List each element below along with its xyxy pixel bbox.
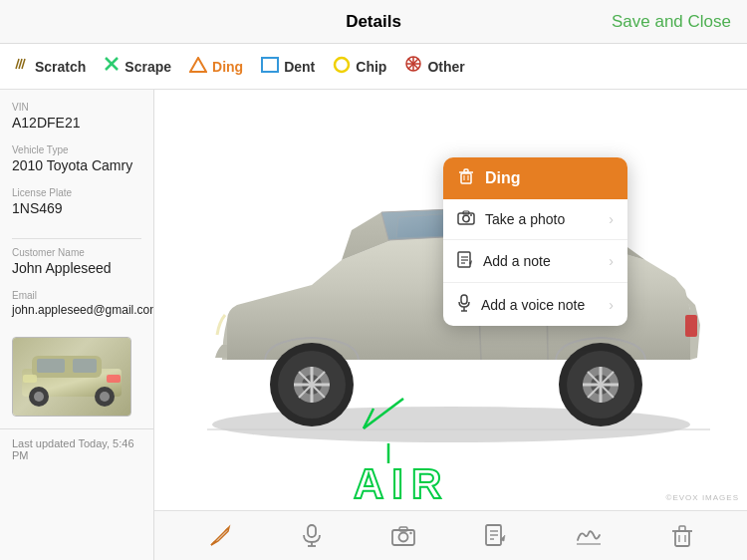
ding-popup-header: Ding <box>443 157 627 199</box>
chip-label: Chip <box>356 59 386 75</box>
toolbar-dent[interactable]: Dent <box>261 57 315 77</box>
toolbar-other[interactable]: Other <box>404 55 464 78</box>
svg-point-18 <box>34 392 44 402</box>
vehicle-type-label: Vehicle Type <box>12 144 141 155</box>
popup-add-note[interactable]: Add a note › <box>443 240 627 283</box>
canvas-area[interactable]: AIR Ding <box>154 90 747 560</box>
microphone-icon <box>457 294 471 315</box>
damage-toolbar: Scratch Scrape Ding Dent <box>0 44 747 90</box>
svg-marker-5 <box>190 58 206 72</box>
ding-icon <box>189 57 207 77</box>
vin-value: A12DFE21 <box>12 115 141 131</box>
svg-rect-16 <box>73 359 97 373</box>
ding-trash-icon[interactable] <box>457 167 475 189</box>
car-thumbnail-svg <box>17 341 126 413</box>
signature-tool-button[interactable] <box>575 525 603 547</box>
sidebar-license-plate: License Plate 1NS469 <box>12 187 141 216</box>
sidebar-email: Email john.appleseed@gmail.com <box>12 290 141 317</box>
add-voice-note-chevron: › <box>609 297 614 313</box>
take-photo-label: Take a photo <box>485 211 565 227</box>
trash-tool-button[interactable] <box>671 524 693 548</box>
svg-rect-55 <box>464 169 468 172</box>
svg-rect-6 <box>262 58 278 72</box>
dent-icon <box>261 57 279 77</box>
record-audio-button[interactable] <box>301 524 323 548</box>
ding-label: Ding <box>212 59 243 75</box>
svg-point-77 <box>409 531 411 533</box>
svg-point-7 <box>335 58 349 72</box>
scrape-label: Scrape <box>124 59 171 75</box>
vehicle-type-value: 2010 Toyota Camry <box>12 157 141 173</box>
note-icon <box>457 251 473 271</box>
sidebar-divider <box>12 238 141 239</box>
svg-rect-22 <box>107 375 121 383</box>
svg-point-20 <box>100 392 110 402</box>
svg-rect-28 <box>685 315 697 337</box>
email-value: john.appleseed@gmail.com <box>12 303 141 317</box>
svg-point-61 <box>470 214 472 216</box>
camera-icon <box>457 210 475 228</box>
toolbar-chip[interactable]: Chip <box>333 56 386 78</box>
dent-label: Dent <box>284 59 315 75</box>
camera-tool-button[interactable] <box>391 525 415 547</box>
scratch-label: Scratch <box>35 59 86 75</box>
app-header: Details Save and Close <box>0 0 747 44</box>
add-note-chevron: › <box>609 253 614 269</box>
license-plate-label: License Plate <box>12 187 141 198</box>
bottom-toolbar <box>154 510 747 560</box>
popup-take-photo[interactable]: Take a photo › <box>443 199 627 240</box>
page-title: Details <box>346 12 401 32</box>
other-icon <box>404 55 422 78</box>
car-thumbnail[interactable] <box>12 337 131 417</box>
email-label: Email <box>12 290 141 301</box>
toolbar-ding[interactable]: Ding <box>189 57 243 77</box>
svg-rect-21 <box>23 375 37 383</box>
add-note-label: Add a note <box>483 253 551 269</box>
ding-popup-title: Ding <box>485 169 521 187</box>
take-photo-chevron: › <box>609 211 614 227</box>
svg-rect-76 <box>399 527 407 531</box>
svg-point-75 <box>399 532 408 541</box>
svg-rect-71 <box>308 525 316 537</box>
svg-line-0 <box>16 59 19 69</box>
add-voice-note-label: Add a voice note <box>481 297 585 313</box>
svg-line-2 <box>22 59 25 69</box>
chip-icon <box>333 56 351 78</box>
ding-popup: Ding Take a photo › <box>443 157 627 326</box>
svg-rect-85 <box>679 526 685 531</box>
toolbar-scrape[interactable]: Scrape <box>104 56 171 77</box>
main-content: VIN A12DFE21 Vehicle Type 2010 Toyota Ca… <box>0 90 747 560</box>
customer-name-value: John Appleseed <box>12 260 141 276</box>
last-updated: Last updated Today, 5:46 PM <box>0 428 153 469</box>
other-label: Other <box>427 59 464 75</box>
svg-rect-53 <box>461 173 471 183</box>
sidebar-customer-name: Customer Name John Appleseed <box>12 247 141 276</box>
toolbar-scratch[interactable]: Scratch <box>12 55 86 78</box>
popup-add-voice-note[interactable]: Add a voice note › <box>443 283 627 326</box>
scrape-icon <box>104 56 120 77</box>
sidebar: VIN A12DFE21 Vehicle Type 2010 Toyota Ca… <box>0 90 154 428</box>
evox-watermark: ©EVOX IMAGES <box>666 493 739 502</box>
svg-line-1 <box>19 59 22 69</box>
note-tool-button[interactable] <box>484 524 506 548</box>
sidebar-vin: VIN A12DFE21 <box>12 102 141 131</box>
save-close-button[interactable]: Save and Close <box>612 12 731 32</box>
customer-name-label: Customer Name <box>12 247 141 258</box>
vin-label: VIN <box>12 102 141 113</box>
svg-rect-15 <box>37 359 65 373</box>
license-plate-value: 1NS469 <box>12 200 141 216</box>
svg-point-59 <box>463 215 469 221</box>
svg-rect-83 <box>675 531 689 546</box>
svg-rect-66 <box>461 295 467 304</box>
scratch-icon <box>12 55 30 78</box>
sidebar-vehicle-type: Vehicle Type 2010 Toyota Camry <box>12 144 141 173</box>
draw-tool-button[interactable] <box>208 524 232 548</box>
